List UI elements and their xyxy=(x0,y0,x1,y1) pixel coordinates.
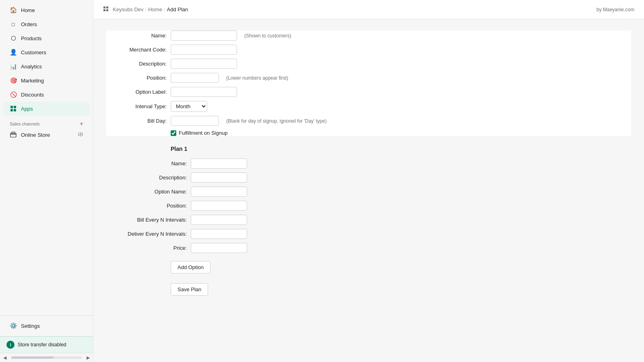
svg-point-7 xyxy=(80,134,81,135)
interval-type-select[interactable]: Day Week Month Year xyxy=(171,101,207,112)
sidebar-item-label: Home xyxy=(21,7,35,13)
breadcrumb-root[interactable]: Keysubs Dev xyxy=(113,6,144,12)
online-store-icon xyxy=(10,131,17,138)
add-sales-channel-button[interactable]: + xyxy=(80,121,83,127)
products-icon: ⬡ xyxy=(10,35,17,42)
sidebar-item-label: Discounts xyxy=(21,92,44,98)
analytics-icon: 📊 xyxy=(10,63,17,70)
breadcrumb-home[interactable]: Home xyxy=(148,6,162,12)
svg-rect-9 xyxy=(106,6,108,8)
option-label-row: Option Label: xyxy=(106,87,631,97)
plan-price-label: Price: xyxy=(106,245,187,251)
plan-position-label: Position: xyxy=(106,203,187,209)
name-row: Name: (Shown to customers) xyxy=(106,31,631,41)
home-icon: 🏠 xyxy=(10,6,17,14)
svg-rect-0 xyxy=(10,106,13,108)
add-option-button[interactable]: Add Option xyxy=(171,261,211,274)
breadcrumb: Keysubs Dev / Home / Add Plan xyxy=(103,6,188,13)
sidebar: 🏠 Home □ Orders ⬡ Products 👤 Customers 📊… xyxy=(0,0,93,362)
plan-bill-every-row: Bill Every N Intervals: xyxy=(106,215,631,225)
bill-day-input[interactable] xyxy=(171,116,219,126)
sidebar-item-settings[interactable]: ⚙️ Settings xyxy=(3,319,90,333)
bill-day-hint: (Blank for day of signup, ignored for 'D… xyxy=(226,118,326,124)
plan-name-input[interactable] xyxy=(191,158,247,169)
sidebar-item-label: Customers xyxy=(21,49,46,56)
content-area: Name: (Shown to customers) Merchant Code… xyxy=(93,19,644,362)
svg-rect-8 xyxy=(103,6,105,8)
svg-rect-11 xyxy=(106,9,108,11)
merchant-code-row: Merchant Code: xyxy=(106,45,631,55)
plan-deliver-every-input[interactable] xyxy=(191,229,247,239)
store-transfer-label: Store transfer disabled xyxy=(18,342,66,348)
customers-icon: 👤 xyxy=(10,49,17,56)
name-label: Name: xyxy=(106,33,167,39)
topbar-brand: by Maeyanie.com xyxy=(597,7,634,12)
plan-deliver-every-row: Deliver Every N Intervals: xyxy=(106,229,631,239)
option-label-input[interactable] xyxy=(171,87,237,97)
plan-position-row: Position: xyxy=(106,201,631,211)
apps-icon xyxy=(10,105,17,112)
sidebar-item-customers[interactable]: 👤 Customers xyxy=(3,45,90,59)
plan-position-input[interactable] xyxy=(191,201,247,211)
interval-type-label: Interval Type: xyxy=(106,103,167,109)
position-hint: (Lower numbers appear first) xyxy=(226,75,288,81)
merchant-code-label: Merchant Code: xyxy=(106,47,167,53)
plan-bill-every-label: Bill Every N Intervals: xyxy=(106,217,187,223)
plan-price-input[interactable] xyxy=(191,243,247,253)
settings-icon: ⚙️ xyxy=(10,322,17,329)
plan-top-form: Name: (Shown to customers) Merchant Code… xyxy=(106,31,631,136)
sidebar-item-label: Products xyxy=(21,35,41,41)
plan-1-title: Plan 1 xyxy=(171,146,631,152)
scroll-right-arrow[interactable]: ▶ xyxy=(87,355,90,360)
sidebar-item-discounts[interactable]: 🚫 Discounts xyxy=(3,88,90,101)
sidebar-item-orders[interactable]: □ Orders xyxy=(3,17,90,31)
description-input[interactable] xyxy=(171,59,237,69)
interval-type-row: Interval Type: Day Week Month Year xyxy=(106,101,631,112)
plan-name-label: Name: xyxy=(106,160,187,167)
settings-label: Settings xyxy=(21,323,40,329)
info-icon: i xyxy=(6,341,14,349)
grid-icon xyxy=(103,6,109,13)
position-row: Position: (Lower numbers appear first) xyxy=(106,73,631,83)
sidebar-item-label: Orders xyxy=(21,21,37,27)
eye-icon[interactable] xyxy=(78,132,83,138)
discounts-icon: 🚫 xyxy=(10,91,17,98)
save-plan-area: Save Plan xyxy=(171,283,631,296)
plan-bill-every-input[interactable] xyxy=(191,215,247,225)
sidebar-item-products[interactable]: ⬡ Products xyxy=(3,31,90,45)
sidebar-item-marketing[interactable]: 🎯 Marketing xyxy=(3,74,90,87)
svg-rect-1 xyxy=(14,106,16,108)
plan-price-row: Price: xyxy=(106,243,631,253)
merchant-code-input[interactable] xyxy=(171,45,237,55)
sidebar-nav: 🏠 Home □ Orders ⬡ Products 👤 Customers 📊… xyxy=(0,0,93,144)
name-input[interactable] xyxy=(171,31,237,41)
plan-description-input[interactable] xyxy=(191,173,247,183)
option-label-label: Option Label: xyxy=(106,89,167,95)
save-plan-button[interactable]: Save Plan xyxy=(171,283,208,296)
svg-rect-10 xyxy=(103,9,105,11)
fulfillment-checkbox[interactable] xyxy=(171,130,176,136)
sidebar-item-analytics[interactable]: 📊 Analytics xyxy=(3,60,90,73)
description-label: Description: xyxy=(106,61,167,67)
store-transfer-bar: i Store transfer disabled xyxy=(0,336,93,353)
sidebar-item-home[interactable]: 🏠 Home xyxy=(3,3,90,17)
name-hint: (Shown to customers) xyxy=(244,33,291,39)
sidebar-item-online-store[interactable]: Online Store xyxy=(3,129,90,141)
bill-day-label: Bill Day: xyxy=(106,118,167,124)
sales-channels-section: Sales channels + xyxy=(0,116,93,129)
description-row: Description: xyxy=(106,59,631,69)
marketing-icon: 🎯 xyxy=(10,77,17,84)
sidebar-item-label: Analytics xyxy=(21,64,42,70)
orders-icon: □ xyxy=(10,21,17,28)
scroll-left-arrow[interactable]: ◀ xyxy=(3,355,6,360)
plan-1-section: Plan 1 Name: Description: Option Name: P… xyxy=(106,146,631,274)
plan-option-name-label: Option Name: xyxy=(106,189,187,195)
position-label: Position: xyxy=(106,75,167,81)
plan-option-name-input[interactable] xyxy=(191,187,247,197)
add-option-group: Add Option xyxy=(171,261,631,274)
sidebar-item-apps[interactable]: Apps xyxy=(3,102,90,115)
sidebar-item-label: Marketing xyxy=(21,78,44,84)
fulfillment-row: Fulfillment on Signup xyxy=(171,130,631,136)
position-input[interactable] xyxy=(171,73,219,83)
svg-rect-3 xyxy=(14,109,16,111)
